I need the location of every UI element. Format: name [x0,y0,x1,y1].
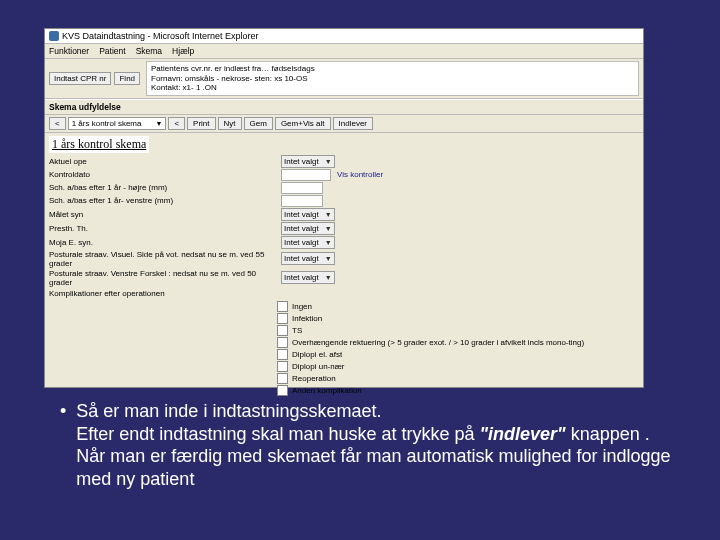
form-title: 1 års kontrol skema [49,136,149,153]
label-aktuel-ope: Aktuel ope [49,157,281,166]
slide-bullet: • Så er man inde i indtastningsskemaet. … [60,400,680,490]
menu-skema[interactable]: Skema [136,46,162,56]
gem-vis-button[interactable]: Gem+Vis alt [275,117,331,130]
chk-reoperation[interactable] [277,373,288,384]
moja-syn-select[interactable]: Intet valgt ▼ [281,236,335,249]
patient-info-box: Patientens cvr.nr. er indlæst fra… fødse… [146,61,639,96]
chk-anden-label: Anden komplikation [292,386,362,395]
infobar: Indtast CPR nr Find Patientens cvr.nr. e… [45,59,643,99]
schema-select[interactable]: 1 års kontrol skema ▼ [68,117,167,130]
titlebar: KVS Dataindtastning - Microsoft Internet… [45,29,643,44]
menu-patient[interactable]: Patient [99,46,125,56]
section-header: Skema udfyldelse [45,99,643,115]
label-sch-hojre: Sch. a/bas efter 1 år - højre (mm) [49,183,281,192]
chk-diplopi-unaer-label: Diplopi un-nær [292,362,344,371]
chk-ts-label: TS [292,326,302,335]
chevron-down-icon: ▼ [325,211,332,218]
prest-th-select[interactable]: Intet valgt ▼ [281,222,335,235]
patient-info-line1: Patientens cvr.nr. er indlæst fra… fødse… [151,64,634,74]
bullet-line2a: Efter endt indtastning skal man huske at… [76,424,479,444]
chk-infektion[interactable] [277,313,288,324]
post-venstre-select[interactable]: Intet valgt ▼ [281,271,335,284]
form-toolbar: < 1 års kontrol skema ▼ < Print Nyt Gem … [45,115,643,133]
chevron-down-icon: ▼ [325,225,332,232]
post-hojre-select[interactable]: Intet valgt ▼ [281,252,335,265]
bullet-line2b: "indlever" [480,424,566,444]
label-moja-syn: Moja E. syn. [49,238,281,247]
label-post-venstre: Posturale straav. Venstre Forskel : neds… [49,269,281,287]
malet-syn-select[interactable]: Intet valgt ▼ [281,208,335,221]
indlever-button[interactable]: Indlever [333,117,373,130]
chk-reoperation-label: Reoperation [292,374,336,383]
chk-ingen[interactable] [277,301,288,312]
chk-overhangende[interactable] [277,337,288,348]
aktuel-ope-select[interactable]: Intet valgt ▼ [281,155,335,168]
komplikationer-checklist: Ingen Infektion TS Overhængende rektueri… [277,301,639,396]
app-window: KVS Dataindtastning - Microsoft Internet… [44,28,644,388]
menubar: Funktioner Patient Skema Hjælp [45,44,643,59]
label-post-hojre: Posturale straav. Visuel. Side på vot. n… [49,250,281,268]
chk-anden[interactable] [277,385,288,396]
sch-venstre-input[interactable] [281,195,323,207]
bullet-line1: Så er man inde i indtastningsskemaet. [76,401,381,421]
label-sch-venstre: Sch. a/bas efter 1 år- venstre (mm) [49,196,281,205]
chk-ingen-label: Ingen [292,302,312,311]
indtast-cpr-button[interactable]: Indtast CPR nr [49,72,111,85]
chevron-down-icon: ▼ [325,158,332,165]
chk-ts[interactable] [277,325,288,336]
chk-diplopi-unaer[interactable] [277,361,288,372]
patient-info-line2: Fornavn: omskåls - nekrose- sten: xs 10-… [151,74,634,84]
bullet-dot-icon: • [60,400,66,490]
nyt-button[interactable]: Nyt [218,117,242,130]
label-prest-th: Presth. Th. [49,224,281,233]
chevron-down-icon: ▼ [325,274,332,281]
print-button[interactable]: Print [187,117,215,130]
find-button[interactable]: Find [114,72,140,85]
patient-info-line3: Kontakt: x1- 1 .ON [151,83,634,93]
kontroldato-input[interactable] [281,169,331,181]
chevron-down-icon: ▼ [155,120,162,127]
gem-button[interactable]: Gem [244,117,273,130]
schema-select-value: 1 års kontrol skema [72,119,142,128]
ie-icon [49,31,59,41]
bullet-line2c: knappen . [566,424,650,444]
nav-back-button2[interactable]: < [168,117,185,130]
menu-funktioner[interactable]: Funktioner [49,46,89,56]
bullet-body: Så er man inde i indtastningsskemaet. Ef… [76,400,680,490]
label-komplikationer: Komplikationer efter operationen [49,289,281,298]
window-title: KVS Dataindtastning - Microsoft Internet… [62,31,259,41]
chevron-down-icon: ▼ [325,255,332,262]
sch-hojre-input[interactable] [281,182,323,194]
chevron-down-icon: ▼ [325,239,332,246]
nav-back-button[interactable]: < [49,117,66,130]
vis-kontroller-link[interactable]: Vis kontroller [337,170,383,179]
menu-hjaelp[interactable]: Hjælp [172,46,194,56]
chk-diplopi-afst-label: Diplopi el. afst [292,350,342,359]
label-kontroldato: Kontroldato [49,170,281,179]
label-malet-syn: Målet syn [49,210,281,219]
form-area: Aktuel ope Intet valgt ▼ Kontroldato Vis… [45,155,643,396]
bullet-line3: Når man er færdig med skemaet får man au… [76,446,670,489]
chk-overhangende-label: Overhængende rektuering (> 5 grader exot… [292,338,584,347]
chk-infektion-label: Infektion [292,314,322,323]
chk-diplopi-afst[interactable] [277,349,288,360]
